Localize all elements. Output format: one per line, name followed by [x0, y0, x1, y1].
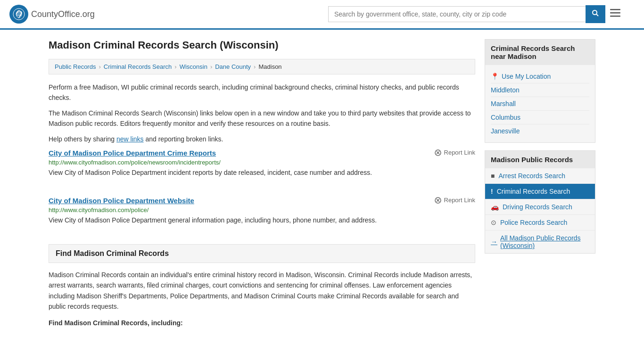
- arrow-right-icon: →: [491, 238, 497, 246]
- nearby-city-3-label: Columbus: [491, 114, 520, 121]
- sidebar-driving-records[interactable]: 🚗 Driving Records Search: [485, 199, 595, 215]
- sidebar-nearby-title: Criminal Records Search near Madison: [485, 40, 595, 65]
- resource-desc-1: View City of Madison Police Department i…: [49, 168, 475, 178]
- report-link-2[interactable]: Report Link: [434, 197, 475, 204]
- nearby-city-2-label: Marshall: [491, 100, 516, 107]
- find-text: Madison Criminal Records contain an indi…: [49, 270, 475, 312]
- site-header: CountyOffice.org: [0, 0, 644, 30]
- sidebar: Criminal Records Search near Madison 📍 U…: [485, 39, 595, 334]
- breadcrumb: Public Records › Criminal Records Search…: [49, 59, 475, 74]
- resource-header-1: City of Madison Police Department Crime …: [49, 149, 475, 157]
- main-container: Madison Criminal Records Search (Wiscons…: [39, 30, 605, 343]
- sidebar-nearby-section: Criminal Records Search near Madison 📍 U…: [485, 39, 595, 143]
- svg-line-6: [596, 14, 598, 16]
- breadcrumb-sep-3: ›: [210, 63, 212, 70]
- resource-title-2[interactable]: City of Madison Police Department Websit…: [49, 197, 194, 205]
- logo-icon: [9, 5, 28, 24]
- report-link-2-label: Report Link: [444, 197, 475, 204]
- nearby-city-3[interactable]: Columbus: [491, 111, 589, 124]
- sidebar-all-records[interactable]: → All Madison Public Records (Wisconsin): [485, 230, 595, 253]
- report-link-1[interactable]: Report Link: [434, 149, 475, 156]
- use-my-location-label: Use My Location: [502, 73, 551, 80]
- arrest-records-icon: ■: [491, 172, 495, 180]
- location-pin-icon: 📍: [491, 73, 499, 80]
- all-records-label: All Madison Public Records (Wisconsin): [500, 234, 589, 249]
- breadcrumb-sep-4: ›: [254, 63, 256, 70]
- sidebar-criminal-records[interactable]: ! Criminal Records Search: [485, 184, 595, 199]
- nearby-city-2[interactable]: Marshall: [491, 97, 589, 111]
- search-bar: [328, 5, 620, 23]
- breadcrumb-public-records[interactable]: Public Records: [55, 63, 96, 70]
- breadcrumb-current: Madison: [258, 63, 281, 70]
- new-links-link[interactable]: new links: [116, 135, 144, 143]
- search-button[interactable]: [586, 5, 605, 23]
- nearby-city-1[interactable]: Middleton: [491, 83, 589, 97]
- intro-text-3: Help others by sharing new links and rep…: [49, 134, 475, 144]
- intro-text-3-suffix: and reporting broken links.: [144, 135, 223, 143]
- intro-text-3-prefix: Help others by sharing: [49, 135, 116, 143]
- use-my-location[interactable]: 📍 Use My Location: [491, 70, 589, 83]
- criminal-records-label: Criminal Records Search: [497, 188, 570, 195]
- report-link-1-label: Report Link: [444, 149, 475, 156]
- content-area: Madison Criminal Records Search (Wiscons…: [49, 39, 475, 334]
- svg-rect-8: [610, 12, 620, 14]
- page-title: Madison Criminal Records Search (Wiscons…: [49, 39, 475, 51]
- driving-records-label: Driving Records Search: [503, 203, 572, 211]
- find-section-header: Find Madison Criminal Records: [49, 244, 475, 263]
- nearby-city-4[interactable]: Janesville: [491, 124, 589, 138]
- resource-desc-2: View City of Madison Police Department g…: [49, 215, 475, 225]
- menu-button[interactable]: [610, 8, 620, 20]
- resource-entry-2: City of Madison Police Department Websit…: [49, 197, 475, 233]
- breadcrumb-sep-1: ›: [99, 63, 100, 70]
- resource-header-2: City of Madison Police Department Websit…: [49, 197, 475, 205]
- police-records-icon: ⊙: [491, 219, 496, 226]
- resource-url-2[interactable]: http://www.cityofmadison.com/police/: [49, 206, 475, 214]
- resource-entry-1: City of Madison Police Department Crime …: [49, 149, 475, 185]
- intro-text-2: The Madison Criminal Records Search (Wis…: [49, 108, 475, 129]
- logo[interactable]: CountyOffice.org: [9, 5, 95, 24]
- intro-text-1: Perform a free Madison, WI public crimin…: [49, 82, 475, 103]
- resource-title-1[interactable]: City of Madison Police Department Crime …: [49, 149, 216, 157]
- sidebar-public-records-section: Madison Public Records ■ Arrest Records …: [485, 150, 595, 254]
- breadcrumb-wisconsin[interactable]: Wisconsin: [180, 63, 207, 70]
- sidebar-records-list: ■ Arrest Records Search ! Criminal Recor…: [485, 168, 595, 253]
- nearby-city-1-label: Middleton: [491, 86, 520, 94]
- resource-url-1[interactable]: http://www.cityofmadison.com/police/news…: [49, 159, 475, 166]
- svg-point-5: [593, 10, 597, 15]
- search-input[interactable]: [328, 6, 586, 22]
- sidebar-arrest-records[interactable]: ■ Arrest Records Search: [485, 168, 595, 184]
- svg-rect-7: [610, 9, 620, 10]
- arrest-records-label: Arrest Records Search: [498, 172, 565, 180]
- logo-text: CountyOffice.org: [31, 9, 95, 19]
- driving-records-icon: 🚗: [491, 203, 499, 211]
- criminal-records-icon: !: [491, 188, 493, 195]
- find-including-label: Find Madison Criminal Records, including…: [49, 318, 475, 328]
- find-section-title: Find Madison Criminal Records: [56, 249, 169, 257]
- svg-rect-9: [610, 16, 620, 17]
- sidebar-police-records[interactable]: ⊙ Police Records Search: [485, 215, 595, 230]
- breadcrumb-criminal-records[interactable]: Criminal Records Search: [104, 63, 172, 70]
- breadcrumb-sep-2: ›: [174, 63, 176, 70]
- breadcrumb-dane-county[interactable]: Dane County: [215, 63, 251, 70]
- sidebar-public-records-title: Madison Public Records: [485, 151, 595, 168]
- nearby-city-4-label: Janesville: [491, 127, 520, 135]
- police-records-label: Police Records Search: [500, 219, 567, 226]
- sidebar-nearby-content: 📍 Use My Location Middleton Marshall Col…: [485, 65, 595, 142]
